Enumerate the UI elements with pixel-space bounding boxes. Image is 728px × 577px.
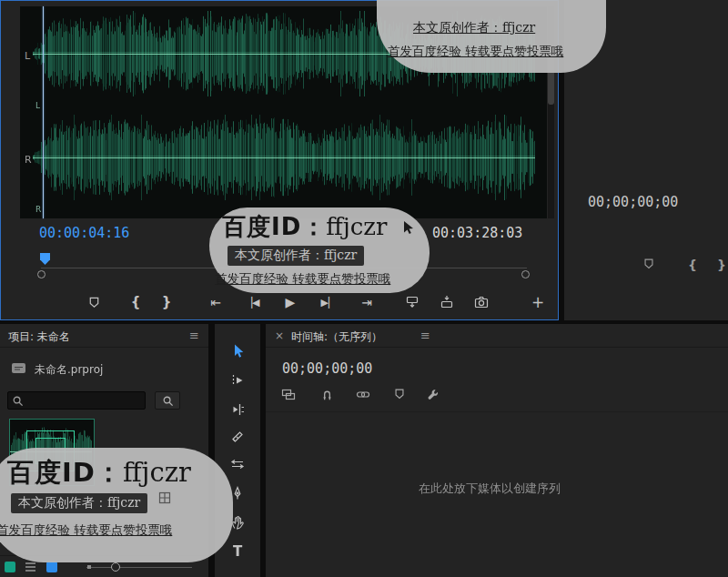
timeline-add-marker-button[interactable] [389,386,410,402]
track-select-icon [229,372,246,389]
watermark-id-value: ffjczr [123,457,191,488]
button-editor-button[interactable]: + [527,288,549,316]
ripple-edit-tool[interactable] [215,397,260,422]
export-frame-button[interactable] [470,288,492,316]
marker-icon [393,388,406,400]
mark-in-button[interactable]: { [125,288,147,316]
program-add-marker-button[interactable] [642,258,655,273]
playhead-line[interactable] [43,6,44,218]
zoom-slider-min-dot [87,565,91,569]
zoom-slider-track[interactable] [86,567,192,568]
razor-tool[interactable] [215,424,260,450]
watermark-author-line: 本文原创作者：ffjczr [228,246,364,266]
channel-left-small-label: L [35,101,40,110]
overwrite-icon [440,295,454,309]
program-mark-out-button[interactable]: } [717,258,726,272]
project-writable-icon[interactable] [5,562,15,572]
snap-toggle[interactable] [317,386,337,402]
watermark-id-line: 百度ID：ffjczr [222,211,388,243]
search-input[interactable] [28,393,143,410]
marker-icon [642,258,655,270]
find-button[interactable] [155,391,180,410]
zoom-handle-left[interactable] [37,270,46,278]
program-timecode[interactable]: 00;00;00;00 [588,194,678,210]
go-to-out-icon: ⇥ [361,295,372,309]
selection-tool-icon [229,343,246,359]
add-marker-button[interactable] [83,288,105,316]
timeline-title: 时间轴:（无序列） [291,329,382,345]
channel-right-label: R [25,154,32,166]
program-mark-in-button[interactable]: { [688,258,697,272]
panel-menu-icon[interactable]: ≡ [189,329,199,342]
step-back-icon: ▕◀ [245,297,260,309]
ripple-edit-icon [229,401,246,418]
overwrite-button[interactable] [436,288,458,316]
close-icon[interactable]: × [275,329,284,342]
watermark-middle: 百度ID：ffjczr 本文原创作者：ffjczr 首发百度经验 转载要点赞投票… [209,208,430,293]
current-timecode[interactable]: 00:00:04:16 [39,225,129,241]
timeline-timecode[interactable]: 00;00;00;00 [282,360,372,377]
watermark-slogan-line: 首发百度经验 转载要点赞投票哦 [0,522,172,539]
search-icon [12,395,24,407]
watermark-id-prefix: 百度ID： [7,457,123,488]
mark-in-icon: { [131,294,141,310]
watermark-author-line: 本文原创作者：ffjczr [413,20,535,36]
watermark-slogan-line: 首发百度经验 转载要点赞投票哦 [388,44,563,60]
magnet-icon [320,388,334,401]
linked-selection-toggle[interactable] [353,386,373,402]
watermark-id-prefix: 百度ID： [222,213,326,240]
watermark-slogan-line: 首发百度经验 转载要点赞投票哦 [215,271,390,288]
watermark-id-value: ffjczr [326,213,387,240]
track-select-forward-tool[interactable] [215,368,260,393]
mouse-cursor-icon [402,220,417,235]
premiere-app-window: L R L R 00:00:04:16 00:03:28:03 { } ⇤ ▕◀… [0,0,728,577]
grid-icon [158,491,171,504]
marker-icon [87,296,101,309]
icon-view-button[interactable] [46,562,57,572]
wrench-icon [426,388,440,401]
list-view-button[interactable] [25,562,36,575]
play-icon: ▶ [286,295,296,309]
project-panel-title: 项目: 未命名 [8,329,70,345]
plus-icon: + [531,293,544,311]
mark-out-icon: } [162,294,172,310]
panel-menu-icon[interactable]: ≡ [420,329,430,342]
insert-icon [405,295,420,309]
timeline-header: × 时间轴:（无序列） ≡ [266,324,728,348]
type-tool-icon: T [233,543,242,560]
selection-tool[interactable] [215,339,260,364]
nested-sequence-icon [281,388,296,401]
watermark-id-line: 百度ID：ffjczr [397,0,562,3]
step-forward-icon: ▶▏ [321,297,337,309]
channel-left-label: L [25,50,30,62]
project-file-name: 未命名.prproj [35,362,103,378]
list-view-icon [25,562,36,572]
watermark-id-line: 百度ID：ffjczr [7,455,191,491]
timeline-empty-message: 在此处放下媒体以创建序列 [419,481,561,497]
project-file-icon [11,362,26,375]
go-to-in-button[interactable]: ⇤ [205,288,227,316]
channel-right-small-label: R [35,205,41,214]
divider [266,411,728,412]
duration-timecode: 00:03:28:03 [432,225,522,241]
zoom-slider-knob[interactable] [111,562,120,572]
watermark-top: 百度ID：ffjczr 本文原创作者：ffjczr 首发百度经验 转载要点赞投票… [377,0,606,73]
nest-sequence-toggle[interactable] [278,386,298,402]
project-panel-header: 项目: 未命名 ≡ [0,324,208,348]
slip-icon [229,456,246,472]
scrubber-playhead-caret[interactable] [40,253,50,265]
timeline-settings-button[interactable] [422,386,442,402]
watermark-author-line: 本文原创作者：ffjczr [11,493,147,513]
razor-icon [229,429,246,445]
mark-out-button[interactable]: } [156,288,177,316]
go-to-in-icon: ⇤ [210,295,221,309]
timeline-panel: × 时间轴:（无序列） ≡ 00;00;00;00 在此处放下媒体以创建序列 [266,324,728,577]
search-box[interactable] [7,391,146,410]
link-icon [356,389,370,400]
watermark-bottom: 百度ID：ffjczr 本文原创作者：ffjczr 首发百度经验 转载要点赞投票… [0,448,233,562]
search-icon [162,395,174,407]
camera-icon [474,295,489,309]
zoom-handle-right[interactable] [521,270,530,278]
insert-button[interactable] [401,288,423,316]
project-file-row[interactable]: 未命名.prproj [0,359,208,380]
